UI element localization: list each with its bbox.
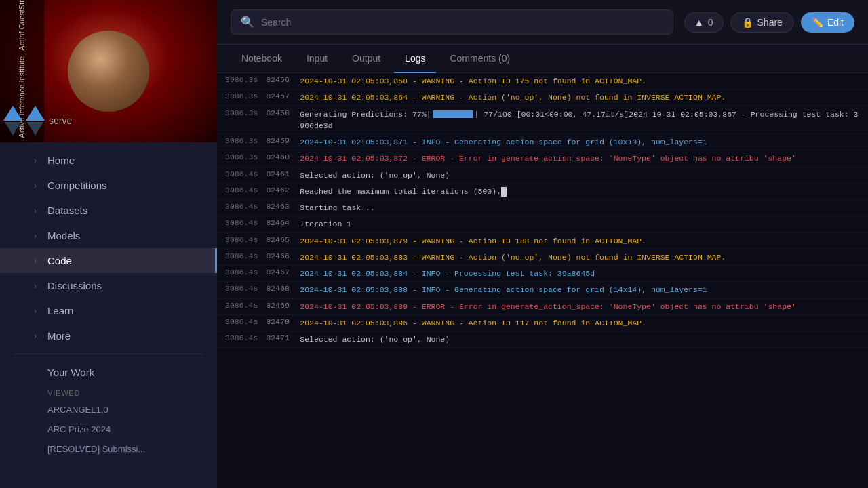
log-time: 3086.3s [225,136,266,145]
sidebar-item-code[interactable]: › Code [0,248,217,273]
sidebar-item-home[interactable]: › Home [0,148,217,173]
logo-shapes [3,106,45,136]
log-row: 3086.4s82462Reached the maximum total it… [217,184,868,200]
upvote-icon: ▲ [694,17,704,28]
nav-section: › Home › Competitions › Datasets › Model… [0,142,217,488]
log-text: Reached the maximum total iterations (50… [300,186,860,197]
log-text: 2024-10-31 02:05:03,888 - INFO - Generat… [300,284,860,296]
log-time: 3086.4s [225,284,266,293]
log-time: 3086.3s [225,152,266,161]
vote-button[interactable]: ▲ 0 [684,12,724,33]
chevron-icon: › [34,306,37,316]
log-num: 82471 [266,333,300,342]
log-num: 82468 [266,284,300,293]
sidebar-item-your-work[interactable]: Your Work [0,360,217,385]
log-time: 3086.4s [225,268,266,277]
log-row: 3086.4s824682024-10-31 02:05:03,888 - IN… [217,282,868,298]
log-row: 3086.4s824692024-10-31 02:05:03,889 - ER… [217,299,868,315]
log-row: 3086.4s824652024-10-31 02:05:03,879 - WA… [217,233,868,249]
sidebar-item-competitions[interactable]: › Competitions [0,173,217,198]
log-row: 3086.4s824702024-10-31 02:05:03,896 - WA… [217,315,868,331]
log-row: 3086.4s82464Iteration 1 [217,216,868,232]
chevron-icon: › [34,156,37,165]
log-row: 3086.3s82458Generating Predictions: 77%|… [217,106,868,135]
main-content: 🔍 ▲ 0 🔒 Share ✏️ Edit Notebook Input Out… [217,0,868,488]
log-area[interactable]: 3086.3s824562024-10-31 02:05:03,858 - WA… [217,73,868,488]
chevron-icon: › [34,206,37,216]
share-label: Share [757,17,783,28]
log-text: 2024-10-31 02:05:03,858 - WARNING - Acti… [300,75,860,87]
log-row: 3086.4s82461Selected action: ('no_op', N… [217,167,868,184]
search-input[interactable] [261,17,663,28]
sidebar-item-models[interactable]: › Models [0,223,217,248]
sidebar: ActInf GuestStream #090.1 Active Inferen… [0,0,217,488]
logo-triangle-up2 [26,106,45,121]
log-text: 2024-10-31 02:05:03,864 - WARNING - Acti… [300,92,860,103]
log-row: 3086.3s824572024-10-31 02:05:03,864 - WA… [217,89,868,106]
log-text: Selected action: ('no_op', None) [300,333,860,345]
log-num: 82461 [266,169,300,178]
tab-output[interactable]: Output [341,45,391,73]
log-row: 3086.4s82463Starting task... [217,200,868,216]
log-row: 3086.4s82471Selected action: ('no_op', N… [217,331,868,348]
sidebar-item-more[interactable]: › More [0,323,217,348]
log-num: 82469 [266,301,300,310]
log-text: 2024-10-31 02:05:03,889 - ERROR - Error … [300,301,860,312]
sidebar-item-label: Discussions [47,280,102,291]
log-row: 3086.4s824662024-10-31 02:05:03,883 - WA… [217,249,868,266]
bottom-logo: serve [3,106,72,136]
share-button[interactable]: 🔒 Share [730,12,794,33]
log-num: 82460 [266,152,300,161]
viewed-item-arc-prize[interactable]: ARC Prize 2024 [0,420,217,439]
search-icon: 🔍 [241,16,254,28]
sidebar-item-datasets[interactable]: › Datasets [0,198,217,223]
vertical-stream-label: ActInf GuestStream #090.1 [17,0,26,51]
log-time: 3086.4s [225,317,266,326]
log-num: 82459 [266,136,300,145]
log-text: Generating Predictions: 77%|| 77/100 [00… [300,108,860,132]
edit-button[interactable]: ✏️ Edit [801,12,854,33]
log-time: 3086.4s [225,186,266,195]
logo-label: serve [49,115,72,126]
log-num: 82466 [266,251,300,260]
log-num: 82456 [266,75,300,84]
tab-logs[interactable]: Logs [394,45,436,73]
tab-notebook[interactable]: Notebook [231,45,293,73]
log-time: 3086.4s [225,202,266,211]
chevron-icon: › [34,256,37,266]
log-time: 3086.4s [225,301,266,310]
log-num: 82458 [266,108,300,117]
nav-divider [14,354,203,354]
chevron-icon: › [34,281,37,291]
edit-icon: ✏️ [812,17,823,28]
tab-input[interactable]: Input [296,45,338,73]
log-text: 2024-10-31 02:05:03,884 - INFO - Process… [300,268,860,279]
sidebar-item-label: Learn [47,305,73,317]
your-work-label: Your Work [47,367,94,378]
log-text: 2024-10-31 02:05:03,879 - WARNING - Acti… [300,235,860,247]
logo-triangle-down2 [27,122,43,136]
log-text: 2024-10-31 02:05:03,872 - ERROR - Error … [300,152,860,164]
log-time: 3086.4s [225,251,266,260]
log-row: 3086.4s824672024-10-31 02:05:03,884 - IN… [217,266,868,282]
tab-comments[interactable]: Comments (0) [439,45,521,73]
viewed-item-resolved[interactable]: [RESOLVED] Submissi... [0,439,217,459]
log-time: 3086.4s [225,218,266,227]
sidebar-item-label: Models [47,230,80,241]
viewed-item-arcangel[interactable]: ARCANGEL1.0 [0,400,217,420]
sidebar-item-discussions[interactable]: › Discussions [0,273,217,298]
sidebar-item-learn[interactable]: › Learn [0,298,217,323]
viewed-section-label: VIEWED [0,385,217,400]
chevron-icon: › [34,331,37,341]
log-row: 3086.3s824562024-10-31 02:05:03,858 - WA… [217,73,868,89]
log-num: 82467 [266,268,300,277]
log-num: 82465 [266,235,300,244]
log-num: 82470 [266,317,300,326]
search-box[interactable]: 🔍 [231,9,673,35]
log-text: 2024-10-31 02:05:03,883 - WARNING - Acti… [300,251,860,263]
edit-label: Edit [827,17,844,28]
chevron-icon: › [34,231,37,241]
log-text: 2024-10-31 02:05:03,896 - WARNING - Acti… [300,317,860,329]
progress-bar [433,110,473,118]
log-time: 3086.3s [225,108,266,117]
